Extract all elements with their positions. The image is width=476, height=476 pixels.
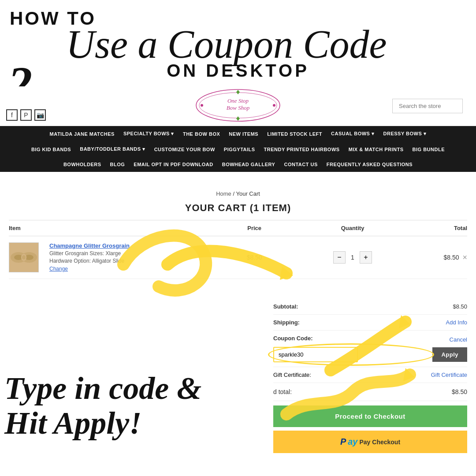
- nav-bowholders[interactable]: BOWHOLDERS: [59, 159, 106, 170]
- pinterest-icon[interactable]: P: [20, 109, 32, 121]
- nav-trendy[interactable]: TRENDY PRINTED HAIRBOWS: [260, 144, 344, 155]
- table-row: Champagne Glitter Grosgrain Glitter Gros…: [9, 236, 467, 279]
- nav-faq[interactable]: FREQUENTLY ASKED QUESTIONS: [322, 159, 417, 170]
- gift-cert-link[interactable]: Gift Certificate: [431, 372, 467, 378]
- nav-specialty[interactable]: SPECIALTY BOWS ▾: [119, 128, 178, 140]
- cart-header: Item Price Quantity Total: [9, 220, 467, 236]
- subtotal-row: Subtotal: $8.50: [273, 299, 467, 315]
- item-name[interactable]: Champagne Glitter Grosgrain: [49, 242, 205, 249]
- nav-big-bundle[interactable]: BIG BUNDLE: [408, 144, 449, 155]
- nav-customize[interactable]: CUSTOMIZE YOUR BOW: [150, 144, 219, 155]
- grand-total-value: $8.50: [452, 388, 467, 395]
- subtotal-label: Subtotal:: [273, 303, 298, 310]
- main-content: Home / Your Cart YOUR CART (1 ITEM) Item…: [0, 185, 476, 476]
- item-attr-hardware: Hardware Option: Alligator Slide: [49, 258, 205, 264]
- breadcrumb: Home / Your Cart: [0, 185, 476, 200]
- coupon-input-wrapper: [273, 347, 429, 362]
- breadcrumb-home[interactable]: Home: [216, 190, 231, 197]
- item-details: Champagne Glitter Grosgrain Glitter Gros…: [49, 242, 205, 272]
- nav-mix-match[interactable]: MIX & MATCH PRINTS: [344, 144, 408, 155]
- shipping-add-info-link[interactable]: Add Info: [446, 319, 467, 326]
- coupon-cancel-link[interactable]: Cancel: [450, 336, 467, 343]
- shipping-label: Shipping:: [273, 319, 300, 326]
- grand-total-row: d total: $8.50: [273, 383, 467, 401]
- svg-marker-2: [236, 90, 240, 94]
- how-to-label: HOW TO: [0, 0, 96, 29]
- item-price: $8.50: [205, 254, 304, 261]
- item-attr-size: Glitter Grosgrain Sizes: Xlarge: [49, 250, 205, 257]
- gift-cert-label: Gift Certificate:: [273, 372, 311, 378]
- coupon-input[interactable]: [273, 347, 358, 362]
- nav-big-kid[interactable]: BIG KID BANDS: [27, 144, 75, 155]
- item-image: [9, 242, 39, 272]
- apply-button[interactable]: Apply: [432, 347, 467, 362]
- svg-text:Bow Shop: Bow Shop: [227, 104, 250, 111]
- cart-table: Item Price Quantity Total C: [0, 220, 476, 279]
- nav-row-3: BOWHOLDERS BLOG EMAIL OPT IN PDF DOWNLOA…: [0, 157, 476, 172]
- qty-decrease-button[interactable]: −: [333, 251, 346, 264]
- col-header-item: Item: [9, 225, 205, 231]
- nav-bowhead-gallery[interactable]: BOWHEAD GALLERY: [218, 159, 280, 170]
- svg-marker-3: [236, 116, 240, 121]
- nav-baby-toddler[interactable]: BABY/TODDLER BANDS ▾: [75, 143, 149, 155]
- subtotal-value: $8.50: [453, 303, 467, 310]
- qty-increase-button[interactable]: +: [360, 251, 372, 264]
- item-change-link[interactable]: Change: [49, 266, 205, 272]
- col-header-total: Total: [402, 225, 467, 231]
- coupon-label: Coupon Code:: [273, 335, 313, 342]
- logo-area: One Stop Bow Shop: [84, 88, 392, 125]
- nav-limited-stock[interactable]: LIMITED STOCK LEFT: [263, 128, 327, 140]
- nav-contact-us[interactable]: CONTACT US: [279, 159, 322, 170]
- navigation: MATILDA JANE MATCHES SPECIALTY BOWS ▾ TH…: [0, 126, 476, 172]
- nav-row-2: BIG KID BANDS BABY/TODDLER BANDS ▾ CUSTO…: [0, 141, 476, 157]
- svg-text:One Stop: One Stop: [227, 97, 249, 104]
- social-icons: f P 📷: [6, 109, 46, 121]
- use-coupon-code-label: Use a Coupon Code: [0, 25, 476, 64]
- item-total: $8.50 ×: [402, 253, 467, 261]
- svg-point-13: [22, 255, 26, 260]
- cart-title: YOUR CART (1 ITEM): [9, 200, 467, 220]
- grand-total-label: d total:: [273, 388, 292, 395]
- cart-totals: Subtotal: $8.50 Shipping: Add Info Coupo…: [273, 299, 467, 453]
- coupon-section: Coupon Code: Cancel Apply: [273, 331, 467, 367]
- nav-bow-box[interactable]: THE BOW BOX: [178, 128, 224, 140]
- col-header-quantity: Quantity: [304, 225, 402, 231]
- item-qty-control: − 1 +: [304, 251, 402, 264]
- qty-value: 1: [348, 254, 357, 261]
- coupon-row: Apply: [273, 347, 467, 362]
- facebook-icon[interactable]: f: [6, 109, 18, 121]
- on-desktop-label: ON DESKTOP: [0, 61, 476, 81]
- logo-svg: One Stop Bow Shop: [194, 88, 282, 123]
- nav-email-opt[interactable]: EMAIL OPT IN PDF DOWNLOAD: [129, 159, 217, 170]
- nav-blog[interactable]: BLOG: [106, 159, 130, 170]
- shipping-row: Shipping: Add Info: [273, 315, 467, 331]
- col-header-price: Price: [205, 225, 304, 231]
- remove-item-button[interactable]: ×: [463, 253, 468, 261]
- checkout-button[interactable]: Proceed to Checkout: [273, 405, 467, 427]
- paypal-checkout-button[interactable]: Pay Pay Checkout: [273, 431, 467, 453]
- instagram-icon[interactable]: 📷: [34, 109, 46, 121]
- nav-new-items[interactable]: NEW ITEMS: [224, 128, 263, 140]
- breadcrumb-current: Your Cart: [236, 190, 260, 197]
- svg-point-4: [201, 104, 203, 107]
- nav-piggytails[interactable]: PIGGYTAILS: [219, 144, 260, 155]
- gift-cert-row: Gift Certificate: Gift Certificate: [273, 367, 467, 383]
- paypal-text: Pay Pay Checkout: [279, 437, 461, 447]
- svg-point-5: [273, 104, 275, 107]
- nav-dressy-bows[interactable]: DRESSY BOWS ▾: [379, 128, 431, 140]
- nav-matilda[interactable]: MATILDA JANE MATCHES: [45, 128, 119, 140]
- nav-row-1: MATILDA JANE MATCHES SPECIALTY BOWS ▾ TH…: [0, 126, 476, 141]
- search-input[interactable]: [392, 99, 463, 113]
- nav-casual-bows[interactable]: CASUAL BOWS ▾: [327, 128, 379, 140]
- site-header: One Stop Bow Shop: [0, 86, 476, 126]
